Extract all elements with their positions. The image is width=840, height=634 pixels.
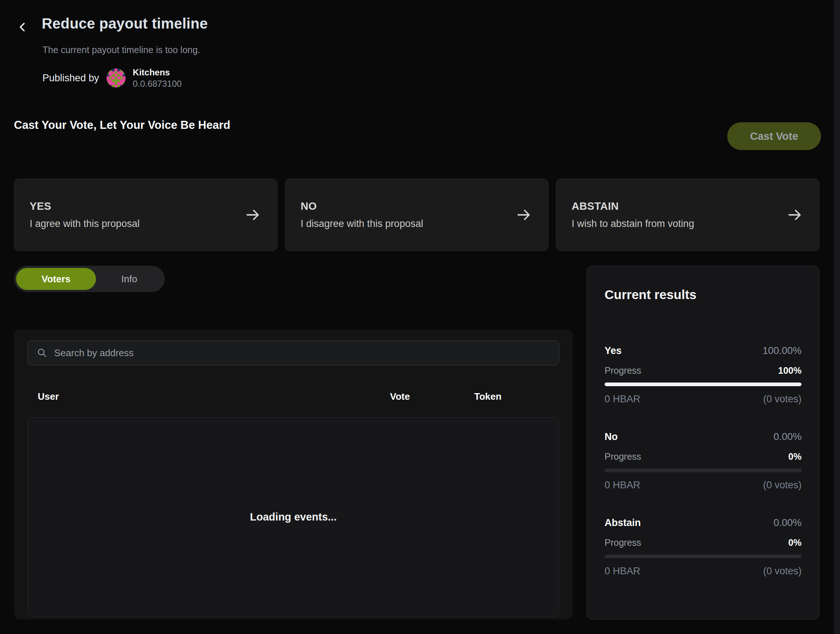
progress-bar (605, 468, 802, 472)
vote-option-title: ABSTAIN (572, 200, 694, 212)
proposal-page: { "header": { "title": "Reduce payout ti… (0, 0, 840, 634)
publisher-avatar (107, 68, 126, 87)
arrow-right-icon (516, 207, 531, 222)
result-row-yes: Yes 100.00% Progress 100% 0 HBAR (0 vote… (605, 345, 802, 405)
search-input[interactable] (54, 347, 550, 359)
progress-label: Progress (605, 537, 641, 548)
cast-vote-heading: Cast Your Vote, Let Your Voice Be Heard (14, 118, 231, 132)
column-header-vote: Vote (390, 391, 410, 402)
cast-vote-button[interactable]: Cast Vote (727, 122, 821, 150)
back-button[interactable] (15, 19, 31, 35)
loading-status: Loading events... (250, 511, 337, 523)
published-by-label: Published by (43, 73, 99, 84)
result-votes: (0 votes) (763, 566, 802, 577)
result-percent: 0.00% (774, 431, 802, 443)
publisher-name: Kitchens (133, 66, 182, 78)
tab-voters[interactable]: Voters (16, 268, 96, 290)
progress-value: 100% (778, 365, 802, 376)
result-votes: (0 votes) (763, 394, 802, 405)
progress-value: 0% (788, 537, 802, 548)
chevron-left-icon (17, 22, 28, 33)
published-by-row: Published by Kitchens 0.0.6873100 (43, 66, 182, 89)
tab-info[interactable]: Info (96, 268, 163, 290)
result-row-abstain: Abstain 0.00% Progress 0% 0 HBAR (0 vote… (605, 517, 802, 577)
vote-option-yes[interactable]: YES I agree with this proposal (14, 179, 278, 251)
vote-option-abstain[interactable]: ABSTAIN I wish to abstain from voting (556, 179, 819, 251)
vote-option-description: I disagree with this proposal (301, 218, 423, 230)
current-results-panel: Current results Yes 100.00% Progress 100… (587, 266, 819, 619)
column-header-token: Token (474, 391, 502, 402)
vote-option-description: I wish to abstain from voting (572, 218, 694, 230)
result-amount: 0 HBAR (605, 479, 640, 491)
progress-bar (605, 555, 802, 558)
arrow-right-icon (245, 207, 261, 222)
result-label: Abstain (605, 517, 641, 528)
vote-option-title: YES (30, 200, 139, 212)
arrow-right-icon (787, 207, 802, 222)
progress-value: 0% (788, 451, 802, 462)
result-label: Yes (605, 345, 622, 356)
result-row-no: No 0.00% Progress 0% 0 HBAR (0 votes) (605, 431, 802, 491)
search-icon (36, 347, 47, 358)
progress-label: Progress (605, 365, 641, 376)
search-box (27, 341, 559, 365)
vote-option-description: I agree with this proposal (30, 218, 139, 230)
progress-label: Progress (605, 451, 641, 462)
result-votes: (0 votes) (763, 479, 802, 491)
voters-panel: User Vote Token Loading events... (14, 330, 573, 619)
progress-bar (605, 383, 802, 386)
result-amount: 0 HBAR (605, 566, 640, 577)
events-list: Loading events... (27, 417, 559, 617)
vote-option-title: NO (301, 200, 423, 212)
progress-bar-fill (605, 383, 802, 386)
proposal-description: The current payout timeline is too long. (43, 45, 200, 55)
results-title: Current results (605, 287, 802, 302)
result-amount: 0 HBAR (605, 394, 640, 405)
tabs-container: Voters Info (14, 266, 165, 292)
vote-option-no[interactable]: NO I disagree with this proposal (285, 179, 548, 251)
result-percent: 0.00% (774, 517, 802, 528)
page-title: Reduce payout timeline (42, 15, 208, 32)
publisher-account-id: 0.0.6873100 (133, 78, 182, 89)
scrollbar-track[interactable] (834, 0, 840, 634)
result-percent: 100.00% (763, 345, 802, 356)
result-label: No (605, 431, 618, 443)
column-header-user: User (38, 391, 59, 402)
